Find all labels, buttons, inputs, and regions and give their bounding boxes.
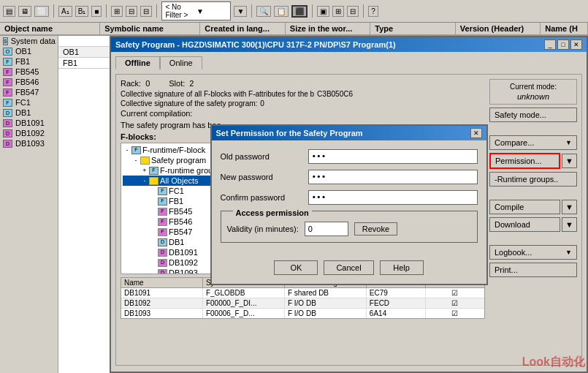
toolbar-btn-14[interactable]: ⊞ [332,6,344,17]
sidebar-item-ob1[interactable]: O OB1 [0,46,58,56]
confirm-password-input[interactable] [308,190,478,205]
col-header-hname: Name (H [541,23,588,34]
new-password-input[interactable] [308,170,478,184]
toolbar-btn-16[interactable]: ? [368,6,378,17]
sidebar-item-db1092-label: DB1092 [15,129,45,137]
safety-program-window: Safety Program - HGZD\SIMATIC 300(1)\CPU… [110,36,588,373]
col-header-lang: Created in lang... [200,23,285,34]
toolbar-btn-13[interactable]: ▣ [317,6,329,17]
toolbar-btn-10[interactable]: 🔍 [256,6,271,17]
set-permission-dialog: Set Permission for the Safety Program ✕ … [210,124,488,285]
separator-5 [312,4,313,18]
toolbar-btn-9[interactable]: ⊟ [140,6,152,17]
fc1-icon: F [3,99,12,107]
sidebar: S System data O OB1 F FB1 F FB545 F FB54… [0,36,58,373]
separator-3 [156,4,157,18]
toolbar-btn-7[interactable]: ⊞ [111,6,123,17]
old-password-label: Old password [221,152,308,161]
validity-input[interactable] [305,222,348,236]
filter-arrow: ▼ [196,7,228,15]
sidebar-item-db1092[interactable]: D DB1092 [0,128,58,138]
sidebar-item-db1-label: DB1 [15,108,31,117]
validity-label: Validity (in minutes): [227,225,299,233]
sidebar-item-ob1-label: OB1 [15,47,31,56]
cancel-btn[interactable]: Cancel [324,260,373,275]
help-btn[interactable]: Help [380,260,424,275]
dialog-body: Old password New password Confirm passwo… [212,140,486,257]
db1093-icon: D [3,140,12,148]
toolbar-btn-11[interactable]: 📋 [274,6,289,17]
filter-label: < No Filter > [165,3,196,19]
sidebar-item-systemdata-label: System data [11,37,56,45]
sidebar-item-fb547[interactable]: F FB547 [0,87,58,97]
fb1-icon: F [3,58,12,66]
dialog-title-text: Set Permission for the Safety Program [216,129,363,137]
separator-2 [106,4,107,18]
col-header-type: Type [370,23,455,34]
confirm-password-row: Confirm password [221,190,478,205]
sidebar-item-fb546[interactable]: F FB546 [0,77,58,87]
col-header-version: Version (Header) [456,23,541,34]
col-header-size: Size in the wor... [286,23,370,34]
system-data-icon: S [3,37,8,45]
toolbar-btn-3[interactable]: ⬜ [34,6,49,17]
fb547-icon: F [3,88,12,97]
new-password-row: New password [221,170,478,184]
filter-dropdown[interactable]: < No Filter > ▼ [161,1,231,20]
fb545-icon: F [3,68,12,76]
toolbar-btn-1[interactable]: ▤ [3,6,15,17]
old-password-row: Old password [221,149,478,164]
sidebar-item-db1091[interactable]: D DB1091 [0,118,58,128]
sidebar-item-fb545[interactable]: F FB545 [0,67,58,77]
sidebar-item-db1093-label: DB1093 [15,139,45,148]
col-header-name: Object name [0,23,100,34]
sidebar-item-db1[interactable]: D DB1 [0,108,58,118]
ok-btn[interactable]: OK [274,260,318,275]
ob1-icon: O [3,48,12,56]
sidebar-item-db1093[interactable]: D DB1093 [0,138,58,148]
toolbar-btn-6[interactable]: ■ [91,6,102,17]
sidebar-item-fb546-label: FB546 [15,78,39,86]
db1091-icon: D [3,119,12,127]
separator-1 [53,4,54,18]
toolbar-btn-4[interactable]: A₁ [58,6,72,17]
col-header-symbolic: Symbolic name [100,23,200,34]
sidebar-item-systemdata[interactable]: S System data [0,36,58,46]
sidebar-item-fc1[interactable]: F FC1 [0,97,58,108]
sidebar-item-fb1[interactable]: F FB1 [0,56,58,67]
new-password-label: New password [221,173,308,181]
toolbar-btn-12[interactable]: ⬛ [291,5,308,18]
revoke-btn[interactable]: Revoke [354,222,397,236]
toolbar-btn-15[interactable]: ⊟ [347,6,359,17]
main-toolbar: ▤ 🖥 ⬜ A₁ B₁ ■ ⊞ ⊟ ⊟ < No Filter > ▼ ▼ 🔍 … [0,0,588,23]
db1092-icon: D [3,129,12,137]
dialog-titlebar: Set Permission for the Safety Program ✕ [212,126,486,140]
access-group-label: Access permission [233,208,312,217]
separator-6 [363,4,364,18]
old-password-input[interactable] [308,149,478,164]
sidebar-item-fb545-label: FB545 [15,67,39,76]
dialog-close-btn[interactable]: ✕ [470,128,482,138]
fb546-icon: F [3,78,12,86]
separator-4 [251,4,252,18]
sidebar-item-fc1-label: FC1 [15,98,31,107]
table-header: Object name Symbolic name Created in lan… [0,23,588,36]
toolbar-btn-8[interactable]: ⊟ [126,6,137,17]
dialog-footer: OK Cancel Help [212,257,486,284]
toolbar-btn-2[interactable]: 🖥 [18,6,31,17]
toolbar-btn-filter[interactable]: ▼ [234,6,247,17]
dialog-overlay: Set Permission for the Safety Program ✕ … [111,37,587,372]
sidebar-item-fb1-label: FB1 [15,57,30,66]
sidebar-item-fb547-label: FB547 [15,88,39,97]
sidebar-item-db1091-label: DB1091 [15,118,45,127]
access-group-box: Access permission Validity (in minutes):… [221,211,478,243]
toolbar-btn-5[interactable]: B₁ [75,6,89,17]
confirm-password-label: Confirm password [221,193,308,202]
validity-row: Validity (in minutes): Revoke [227,222,471,236]
db1-icon: D [3,109,12,117]
